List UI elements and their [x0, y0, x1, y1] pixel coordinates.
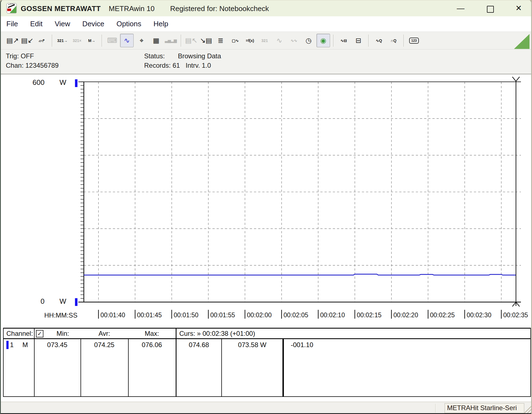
- send-321-device-button[interactable]: 321→: [56, 34, 69, 47]
- x-tick-label: 00:02:15: [357, 311, 382, 319]
- row-max-value: 076.06: [128, 341, 176, 349]
- x-tick-label: 00:02:05: [284, 311, 308, 319]
- sine-dense-icon: ∿∿: [291, 38, 297, 43]
- toolbar-separator: [368, 35, 369, 47]
- table-border: [34, 328, 35, 397]
- y-axis-unit-bottom: W: [59, 297, 66, 306]
- numeric-display-button[interactable]: ⌨: [105, 34, 119, 47]
- menu-item-view[interactable]: View: [55, 20, 70, 28]
- brand-title: GOSSEN METRAWATT: [21, 4, 101, 13]
- table-border: [3, 328, 4, 397]
- function-fx-icon: =f(x): [246, 38, 254, 43]
- col-header-cursor: Curs: » 00:02:38 (+01:00): [179, 330, 255, 337]
- row-channel-mode: M: [22, 341, 28, 349]
- channel-checkbox[interactable]: ✓: [36, 330, 43, 337]
- send-321-device-icon: 321→: [57, 38, 68, 43]
- col-header-min: Min:: [45, 330, 81, 337]
- print-icon: ⊟: [355, 36, 361, 44]
- import-save-icon: ▤↙: [21, 36, 33, 44]
- row-cursor-value: 074.68: [177, 341, 221, 349]
- zoom-wave-in-icon: ∿Q: [376, 38, 382, 43]
- device-321-icon: 321: [261, 38, 268, 43]
- table-border: [176, 328, 177, 397]
- device-read-icon: ↘▤: [200, 36, 212, 44]
- sine-single-icon: ∿: [276, 36, 282, 44]
- chart-view-button[interactable]: ∿: [120, 34, 134, 47]
- disconnect-321-device-icon: 321×: [73, 38, 82, 43]
- print-preview-icon: ∿⊟: [341, 38, 347, 43]
- x-tick-label: 00:01:55: [210, 311, 235, 319]
- device-321-button[interactable]: 321: [258, 34, 271, 47]
- gauge-button[interactable]: ◉: [316, 34, 330, 47]
- histogram-view-button[interactable]: ▃▅▂▆: [164, 34, 178, 47]
- hint-bubble-button[interactable]: 123: [407, 34, 421, 47]
- device-store-button[interactable]: ▤↖: [185, 34, 198, 47]
- row-channel-marker-icon: [6, 341, 9, 349]
- table-view-icon: ▦: [153, 36, 160, 44]
- toolbar: ▤↗▤↙▱↱321→321×M→⌨∿⌖▦▃▅▂▆▤↖↘▤≣▢∿=f(x)321∿…: [1, 32, 531, 49]
- hint-bubble-icon: 123: [409, 38, 419, 44]
- x-tick-label: 00:01:45: [137, 311, 162, 319]
- zoom-wave-in-button[interactable]: ∿Q: [372, 34, 386, 47]
- minimize-button[interactable]: —: [457, 4, 464, 12]
- x-tick-label: 00:01:50: [174, 311, 199, 319]
- col-header-channel: Channel:: [6, 330, 33, 337]
- sine-dense-button[interactable]: ∿∿: [287, 34, 301, 47]
- clock-device-button[interactable]: ◷: [302, 34, 315, 47]
- menu-item-edit[interactable]: Edit: [30, 20, 43, 28]
- close-button[interactable]: ✕: [515, 4, 522, 12]
- monitor-wave-button[interactable]: ▢∿: [229, 34, 242, 47]
- print-button[interactable]: ⊟: [352, 34, 365, 47]
- chart-view-icon: ∿: [124, 36, 130, 44]
- import-save-button[interactable]: ▤↙: [20, 34, 34, 47]
- device-read-button[interactable]: ↘▤: [199, 34, 213, 47]
- channel-marker-top-icon: [75, 79, 77, 87]
- channel-marker-bottom-icon: [75, 298, 77, 306]
- statusbar-divider: [435, 404, 436, 413]
- toolbar-separator: [403, 35, 404, 47]
- app-title: METRAwin 10: [109, 4, 155, 13]
- status-label: Status:: [144, 52, 165, 60]
- export-save-icon: ▤↗: [6, 36, 19, 44]
- x-tick-label: 00:02:25: [430, 311, 455, 319]
- menu-item-options[interactable]: Options: [116, 20, 141, 28]
- open-file-icon: ▱↱: [39, 38, 45, 43]
- print-preview-button[interactable]: ∿⊟: [337, 34, 351, 47]
- channel-status: Chan: 123456789: [6, 62, 59, 69]
- interval-status: Intrv. 1.0: [186, 62, 211, 69]
- toolbar-separator: [52, 35, 53, 47]
- table-border: [530, 328, 531, 397]
- export-save-button[interactable]: ▤↗: [6, 34, 19, 47]
- menu-item-help[interactable]: Help: [154, 20, 168, 28]
- toolbar-separator: [333, 35, 334, 47]
- y-axis-min-label: 0: [23, 297, 45, 306]
- status-bar: METRAHit Starline-Seri: [1, 402, 531, 414]
- x-tick-label: 00:02:30: [467, 311, 492, 319]
- menu-bar: FileEditViewDeviceOptionsHelp: [1, 16, 531, 32]
- row-delta-value: -001.10: [291, 341, 313, 349]
- send-m-device-button[interactable]: M→: [85, 34, 98, 47]
- x-tick-label: 00:02:35: [503, 311, 528, 319]
- registered-title: Registered for: Notebookcheck: [170, 4, 269, 13]
- sine-single-button[interactable]: ∿: [273, 34, 286, 47]
- trig-status: Trig: OFF: [6, 52, 34, 60]
- app-icon: [6, 3, 17, 14]
- info-panel: Trig: OFF Chan: 123456789 Status: Browsi…: [1, 49, 531, 74]
- menu-item-file[interactable]: File: [6, 20, 18, 28]
- send-m-device-icon: M→: [88, 38, 95, 43]
- toolbar-separator: [102, 35, 102, 47]
- clock-device-icon: ◷: [306, 36, 312, 44]
- open-file-button[interactable]: ▱↱: [35, 34, 49, 47]
- crosshair-view-button[interactable]: ⌖: [135, 34, 148, 47]
- zoom-wave-out-button[interactable]: ∩Q: [387, 34, 400, 47]
- menu-item-device[interactable]: Device: [82, 20, 104, 28]
- maximize-button[interactable]: [487, 6, 494, 13]
- memory-list-button[interactable]: ≣: [214, 34, 227, 47]
- table-view-button[interactable]: ▦: [149, 34, 163, 47]
- zoom-wave-out-icon: ∩Q: [391, 38, 396, 43]
- chart-panel[interactable]: 600 W 0 W HH:MM:SS 00:01:4000:01:4500:01…: [1, 75, 531, 328]
- disconnect-321-device-button[interactable]: 321×: [70, 34, 84, 47]
- row-avr-value: 074.25: [81, 341, 128, 349]
- y-axis-unit-top: W: [59, 78, 66, 87]
- function-fx-button[interactable]: =f(x): [243, 34, 257, 47]
